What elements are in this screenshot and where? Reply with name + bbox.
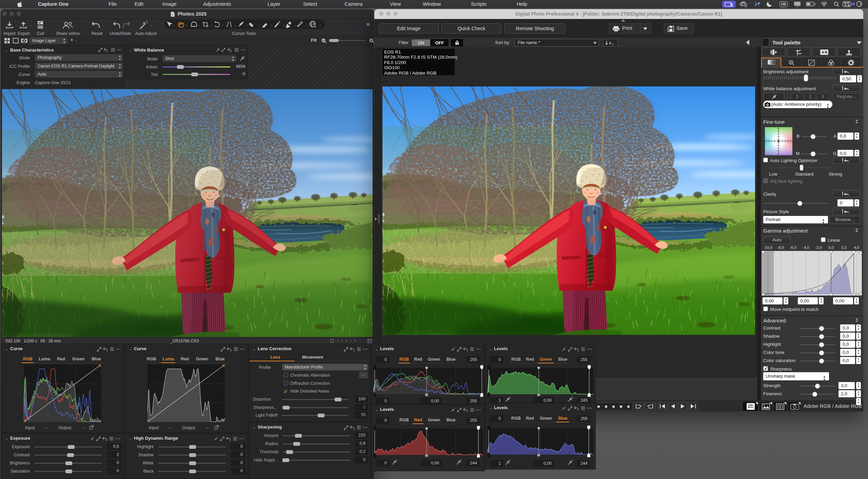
svg-text:⌄: ⌄ xyxy=(173,23,175,26)
svg-text:⌄: ⌄ xyxy=(270,23,273,26)
svg-text:z: z xyxy=(612,43,614,46)
svg-text:⌄: ⌄ xyxy=(185,23,188,26)
svg-text:⌄: ⌄ xyxy=(246,23,249,26)
svg-text:⌄: ⌄ xyxy=(282,23,285,26)
svg-text:⌄: ⌄ xyxy=(319,23,322,26)
svg-text:⌄: ⌄ xyxy=(306,23,309,26)
svg-text:⌄: ⌄ xyxy=(222,23,225,26)
svg-text:⌄: ⌄ xyxy=(198,23,200,26)
svg-text:⌄: ⌄ xyxy=(294,23,297,26)
svg-text:⌄: ⌄ xyxy=(210,23,213,26)
svg-text:⌄: ⌄ xyxy=(258,23,261,26)
svg-text:⌄: ⌄ xyxy=(97,426,100,430)
svg-text:A: A xyxy=(609,41,612,45)
svg-text:⌄: ⌄ xyxy=(234,23,237,26)
